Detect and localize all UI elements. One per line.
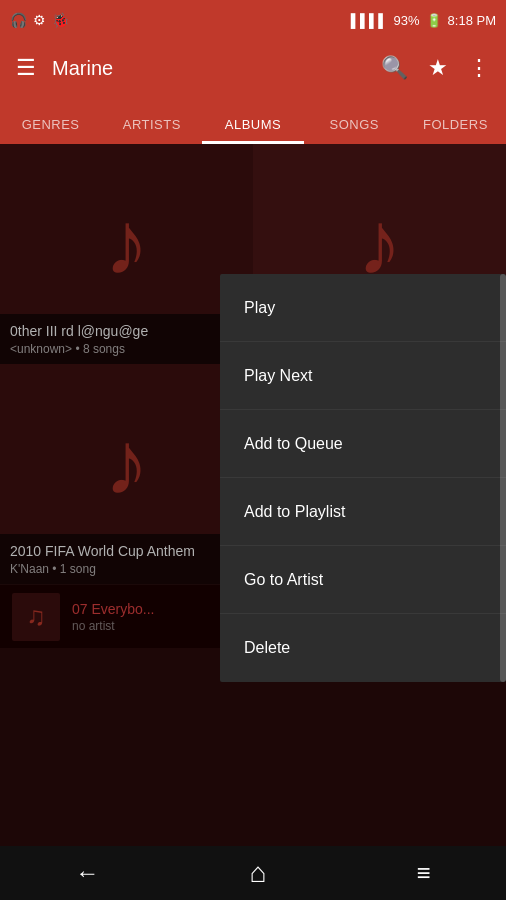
status-left: 🎧 ⚙ 🐞 — [10, 12, 69, 28]
menu-item-play-next[interactable]: Play Next — [220, 342, 506, 410]
tab-genres[interactable]: GENRES — [0, 117, 101, 144]
home-button[interactable]: ⌂ — [250, 857, 267, 889]
signal-icon: ▌▌▌▌ — [351, 13, 388, 28]
tab-albums[interactable]: ALBUMS — [202, 117, 303, 144]
favorite-icon[interactable]: ★ — [428, 55, 448, 81]
headphone-icon: 🎧 — [10, 12, 27, 28]
tab-folders[interactable]: FOLDERS — [405, 117, 506, 144]
tab-songs[interactable]: SONGS — [304, 117, 405, 144]
menu-item-add-to-playlist[interactable]: Add to Playlist — [220, 478, 506, 546]
back-button[interactable]: ← — [75, 859, 99, 887]
context-menu: Play Play Next Add to Queue Add to Playl… — [220, 274, 506, 682]
more-options-icon[interactable]: ⋮ — [468, 55, 490, 81]
tab-bar: GENRES ARTISTS ALBUMS SONGS FOLDERS — [0, 96, 506, 144]
time: 8:18 PM — [448, 13, 496, 28]
menu-icon[interactable]: ☰ — [16, 55, 36, 81]
menu-item-delete[interactable]: Delete — [220, 614, 506, 682]
app-title: Marine — [52, 57, 365, 80]
header-actions: 🔍 ★ ⋮ — [381, 55, 490, 81]
menu-item-add-to-queue[interactable]: Add to Queue — [220, 410, 506, 478]
nav-bar: ← ⌂ ≡ — [0, 846, 506, 900]
search-icon[interactable]: 🔍 — [381, 55, 408, 81]
status-right: ▌▌▌▌ 93% 🔋 8:18 PM — [351, 13, 496, 28]
usb-icon: ⚙ — [33, 12, 46, 28]
menu-item-go-to-artist[interactable]: Go to Artist — [220, 546, 506, 614]
battery-icon: 🔋 — [426, 13, 442, 28]
bug-icon: 🐞 — [52, 12, 69, 28]
battery-level: 93% — [394, 13, 420, 28]
tab-artists[interactable]: ARTISTS — [101, 117, 202, 144]
menu-scrollbar[interactable] — [500, 274, 506, 682]
menu-button[interactable]: ≡ — [417, 859, 431, 887]
menu-item-play[interactable]: Play — [220, 274, 506, 342]
status-bar: 🎧 ⚙ 🐞 ▌▌▌▌ 93% 🔋 8:18 PM — [0, 0, 506, 40]
app-header: ☰ Marine 🔍 ★ ⋮ — [0, 40, 506, 96]
main-content: ♪ 0ther III rd l@ngu@ge <unknown> • 8 so… — [0, 144, 506, 846]
